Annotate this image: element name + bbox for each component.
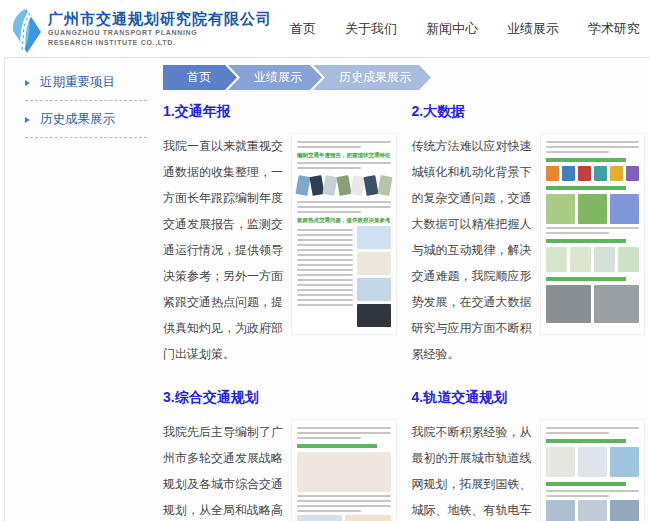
nav-about[interactable]: 关于我们 [345,20,397,38]
dashed-divider [25,137,147,138]
section-title: 3.综合交通规划 [163,389,397,407]
section-comprehensive-planning: 3.综合交通规划 我院先后主导编制了广州市多轮交通发展战略规划及各城市综合交通规… [163,389,397,521]
section-paragraph: 我院一直以来就重视交通数据的收集整理，一方面长年跟踪编制年度交通发展报告，监测交… [163,133,283,367]
institute-logo-icon[interactable] [10,8,42,54]
sidebar-item-recent-projects[interactable]: 近期重要项目 [25,74,163,101]
main-nav: 首页 关于我们 新闻中心 业绩展示 学术研究 人才招聘 联系我们 [290,20,650,38]
section-title: 1.交通年报 [163,103,397,121]
sidebar-menu: 近期重要项目 历史成果展示 [5,58,163,148]
sidebar-item-label: 历史成果展示 [40,111,115,128]
nav-home[interactable]: 首页 [290,20,316,38]
breadcrumb-achievements[interactable]: 业绩展示 [228,65,322,90]
breadcrumb-history-achievements[interactable]: 历史成果展示 [313,65,431,90]
sidebar-item-history-achievements[interactable]: 历史成果展示 [25,111,163,138]
section-title: 4.轨道交通规划 [412,389,646,407]
nav-news[interactable]: 新闻中心 [426,20,478,38]
section-title: 2.大数据 [412,103,646,121]
sidebar-item-label: 近期重要项目 [40,74,115,91]
arrow-bullet-icon [25,117,30,123]
nav-research[interactable]: 学术研究 [588,20,640,38]
breadcrumb: 首页 业绩展示 历史成果展示 [163,65,645,90]
section-paragraph: 我院不断积累经验，从最初的开展城市轨道线网规划，拓展到国铁、城际、地铁、有轨电车… [412,419,532,521]
section-rail-transit: 4.轨道交通规划 我院不断积累经验，从最初的开展城市轨道线网规划，拓展到国铁、城… [412,389,646,521]
rail-transit-document-thumbnail[interactable] [540,419,646,521]
main-content: 首页 业绩展示 历史成果展示 1.交通年报 我院一直以来就重视交通数据的收集整理… [163,58,645,521]
big-data-document-thumbnail[interactable] [540,133,646,335]
company-name-en-line2: RESEARCH INSTITUTE CO.,LTD. [48,39,272,47]
annual-report-document-thumbnail[interactable]: 编制交通年度报告，把握现状交通特征紧跟热点交通问题，提供政府决策参考 [291,133,397,335]
site-header: 广州市交通规划研究院有限公司 GUANGZHOU TRANSPORT PLANN… [0,0,650,57]
section-paragraph: 我院先后主导编制了广州市多轮交通发展战略规划及各城市综合交通规划，从全局和战略高… [163,419,283,521]
content-panel: 近期重要项目 历史成果展示 首页 业绩展示 历史成果展示 1.交通年报 我院一直… [4,57,650,521]
section-annual-report: 1.交通年报 我院一直以来就重视交通数据的收集整理，一方面长年跟踪编制年度交通发… [163,103,397,367]
breadcrumb-home[interactable]: 首页 [163,65,237,90]
brand-titles: 广州市交通规划研究院有限公司 GUANGZHOU TRANSPORT PLANN… [48,10,272,47]
section-paragraph: 传统方法难以应对快速城镇化和机动化背景下的复杂交通问题，交通大数据可以精准把握人… [412,133,532,367]
company-name-cn: 广州市交通规划研究院有限公司 [48,10,272,27]
comprehensive-planning-document-thumbnail[interactable] [291,419,397,521]
dashed-divider [25,100,147,101]
arrow-bullet-icon [25,80,30,86]
sections-grid: 1.交通年报 我院一直以来就重视交通数据的收集整理，一方面长年跟踪编制年度交通发… [163,103,645,521]
section-big-data: 2.大数据 传统方法难以应对快速城镇化和机动化背景下的复杂交通问题，交通大数据可… [412,103,646,367]
company-name-en-line1: GUANGZHOU TRANSPORT PLANNING [48,29,272,37]
nav-achievements[interactable]: 业绩展示 [507,20,559,38]
